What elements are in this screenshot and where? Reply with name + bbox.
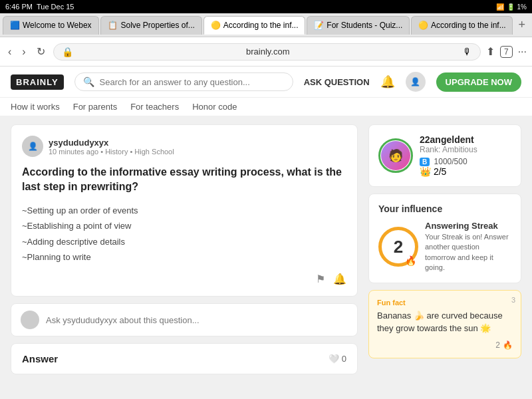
tab-according2[interactable]: 🟡 According to the inf... ✕ [411,16,513,35]
upgrade-button[interactable]: UPGRADE NOW [436,72,521,92]
search-icon: 🔍 [83,76,94,87]
heart-icon: 🤍 [329,354,339,364]
flag-icon[interactable]: ⚑ [316,273,325,285]
influence-card: Your influence 2 🔥 Answering Streak Your… [368,194,521,283]
tab-webex[interactable]: 🟦 Welcome to Webex ✕ [3,16,99,35]
more-icon[interactable]: ··· [518,46,527,58]
streak-info: Answering Streak Your Streak is on! Answ… [425,221,511,273]
back-button[interactable]: ‹ [5,43,14,61]
url-bar[interactable]: 🔒 brainly.com 🎙 [53,43,481,61]
tab-solve[interactable]: 📋 Solve Properties of... ✕ [100,16,201,35]
option-2: ~Establishing a point of view [22,218,346,233]
new-tab-button[interactable]: + [514,18,529,32]
battery-level: 1% [517,3,527,11]
profile-rank: Rank: Ambitious [420,145,511,154]
profile-badge: B [420,158,430,166]
notification-bell-icon[interactable]: 🔔 [380,74,395,89]
profile-stars: 👑 2/5 [420,166,511,177]
comment-bar[interactable] [11,303,358,336]
share-icon[interactable]: ⬆ [486,45,495,58]
fun-fact-label: Fun fact [377,299,513,307]
tab-label-webex: Welcome to Webex [23,21,92,30]
question-text: According to the informative essay writi… [22,165,346,195]
tab-icon-according2: 🟡 [418,21,428,30]
question-user-avatar: 👤 [22,136,43,157]
answer-title: Answer [22,353,58,364]
profile-name[interactable]: 22angeldent [420,134,511,145]
question-card: 👤 ysydududyxyx 10 minutes ago • History … [11,124,358,297]
ask-question-button[interactable]: ASK QUESTION [304,77,370,87]
main-content: 👤 ysydududyxyx 10 minutes ago • History … [0,116,532,390]
heart-number: 0 [342,354,346,364]
streak-section: 2 🔥 Answering Streak Your Streak is on! … [378,221,511,273]
brainly-header: BRAINLY 🔍 ASK QUESTION 🔔 👤 UPGRADE NOW [0,66,532,98]
tab-close-students[interactable]: ✕ [408,22,410,29]
right-panel: 🧑 22angeldent Rank: Ambitious B 1000/500… [368,124,521,382]
address-bar: ‹ › ↻ 🔒 brainly.com 🎙 ⬆ 7 ··· [0,37,532,66]
profile-points: B 1000/500 [420,157,511,166]
tab-label-according: According to the inf... [223,21,299,30]
lock-icon: 🔒 [62,47,73,57]
option-1: ~Setting up an order of events [22,203,346,218]
fire-icon: 🔥 [503,340,513,350]
tab-label-solve: Solve Properties of... [120,21,194,30]
left-panel: 👤 ysydududyxyx 10 minutes ago • History … [11,124,358,382]
fun-fact-number: 3 [511,296,515,304]
brainly-logo[interactable]: BRAINLY [11,74,64,90]
notification-icon[interactable]: 🔔 [333,273,346,285]
tab-bar: 🟦 Welcome to Webex ✕ 📋 Solve Properties … [0,13,532,37]
nav-links: How it works For parents For teachers Ho… [0,98,532,116]
tab-icon-webex: 🟦 [10,21,19,30]
tab-according[interactable]: 🟡 According to the inf... ✕ [203,16,306,35]
fun-fact-card: 3 Fun fact Bananas 🍌 are curved because … [368,290,521,358]
battery-icon: 🔋 [507,3,515,11]
tab-icon-solve: 📋 [108,21,117,30]
option-3: ~Adding descriptive details [22,234,346,249]
tab-close-according[interactable]: ✕ [305,21,306,29]
fun-fact-text: Bananas 🍌 are curved because they grow t… [377,309,513,335]
streak-title: Answering Streak [425,221,511,231]
crown-icon: 👑 [420,166,431,177]
profile-points-value: 1000/500 [434,157,467,166]
search-bar[interactable]: 🔍 [74,72,293,91]
tab-label-students: For Students - Quiz... [327,21,402,30]
search-input[interactable] [100,77,285,87]
profile-avatar-ring: 🧑 [378,138,413,173]
fun-fact-count: 2 [495,340,500,350]
question-meta: 👤 ysydududyxyx 10 minutes ago • History … [22,136,346,157]
user-avatar[interactable]: 👤 [406,72,426,92]
fun-fact-footer: 2 🔥 [377,340,513,350]
answer-section: Answer 🤍 0 [11,343,358,374]
tab-close-according2[interactable]: ✕ [512,22,513,29]
wifi-icon: 📶 [496,3,504,11]
reload-button[interactable]: ↻ [34,43,48,61]
tab-label-according2: According to the inf... [431,21,506,30]
tab-close-webex[interactable]: ✕ [98,22,100,29]
tab-icon-students: 📝 [314,21,323,30]
question-actions: ⚑ 🔔 [22,273,346,285]
forward-button[interactable]: › [19,43,28,61]
tab-counter[interactable]: 7 [500,46,513,58]
option-4: ~Planning to write [22,249,346,265]
question-tags: 10 minutes ago • History • High School [49,148,174,156]
nav-for-teachers[interactable]: For teachers [130,102,179,112]
comment-avatar [21,311,39,329]
nav-how-it-works[interactable]: How it works [11,102,60,112]
profile-card: 🧑 22angeldent Rank: Ambitious B 1000/500… [368,124,521,187]
status-bar: 6:46 PM Tue Dec 15 📶 🔋 1% [0,0,532,13]
time: 6:46 PM [5,3,33,11]
question-options: ~Setting up an order of events ~Establis… [22,203,346,265]
microphone-icon[interactable]: 🎙 [463,47,472,57]
user-info: ysydududyxyx 10 minutes ago • History • … [49,138,174,156]
tab-students[interactable]: 📝 For Students - Quiz... ✕ [307,16,410,35]
comment-input[interactable] [46,315,348,325]
nav-for-parents[interactable]: For parents [73,102,117,112]
nav-honor-code[interactable]: Honor code [192,102,237,112]
url-text: brainly.com [77,47,459,57]
tab-close-solve[interactable]: ✕ [201,22,202,29]
stars-value: 2/5 [434,166,446,177]
flame-icon: 🔥 [405,255,416,266]
heart-count: 🤍 0 [329,354,346,364]
question-username[interactable]: ysydududyxyx [49,138,174,148]
profile-info: 22angeldent Rank: Ambitious B 1000/500 👑… [420,134,511,177]
